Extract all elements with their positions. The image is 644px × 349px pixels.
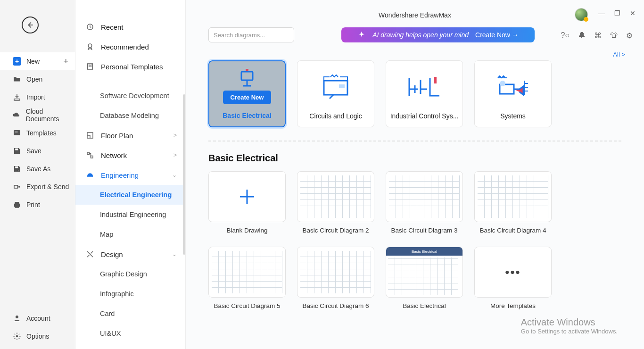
maximize-button[interactable]: ❐ — [614, 9, 620, 17]
svg-rect-10 — [87, 152, 90, 155]
nav-label: New — [26, 58, 40, 65]
nav-item-options[interactable]: Options — [0, 327, 75, 345]
chevron-right-icon: > — [173, 152, 177, 158]
nav-item-import[interactable]: Import — [0, 88, 75, 106]
create-new-button[interactable]: Create New — [223, 91, 272, 104]
plus-icon[interactable]: + — [63, 57, 68, 66]
nav-item-account[interactable]: Account — [0, 309, 75, 327]
sub-electrical[interactable]: Electrical Engineering — [75, 185, 185, 205]
systems-icon — [496, 75, 530, 99]
cat-floorplan[interactable]: Floor Plan > — [75, 125, 185, 145]
plus-icon — [238, 187, 256, 206]
svg-rect-8 — [88, 64, 93, 69]
nav-item-open[interactable]: Open — [0, 70, 75, 88]
sub-software-dev[interactable]: Software Development — [75, 86, 185, 106]
nav-item-templates[interactable]: Templates — [0, 124, 75, 142]
svg-rect-2 — [15, 149, 18, 150]
sub-uiux[interactable]: UI&UX — [75, 324, 185, 343]
cat-design[interactable]: Design ⌄ — [75, 244, 185, 264]
bell-icon[interactable]: 🔔︎ — [578, 31, 586, 40]
svg-rect-0 — [14, 130, 20, 135]
shirt-icon[interactable]: 👕︎ — [610, 31, 618, 40]
sub-card[interactable]: Card — [75, 304, 185, 324]
cat-recommended[interactable]: Recommended — [75, 37, 185, 57]
nav-item-print[interactable]: Print — [0, 196, 75, 214]
sub-infographic[interactable]: Infographic — [75, 284, 185, 304]
back-button[interactable] — [22, 17, 39, 33]
save-as-icon — [12, 164, 22, 174]
circuit-thumb — [300, 251, 371, 293]
nav-item-new[interactable]: + New + — [0, 52, 75, 70]
scrollbar[interactable] — [183, 94, 185, 255]
tpl-circuit-4[interactable]: Basic Circuit Diagram 4 — [474, 171, 552, 238]
import-icon — [12, 92, 22, 102]
nav-label: Cloud Documents — [26, 108, 75, 123]
search-box[interactable] — [208, 27, 294, 42]
help-icon[interactable]: ?○ — [561, 31, 570, 40]
section-title: Basic Electrical — [208, 153, 644, 164]
print-icon — [12, 200, 22, 209]
cat-label: Floor Plan — [101, 132, 133, 140]
tpl-circuit-6[interactable]: Basic Circuit Diagram 6 — [297, 247, 374, 314]
ribbon-icon — [85, 42, 95, 51]
close-button[interactable]: ✕ — [630, 9, 636, 17]
bookmark-icon — [85, 62, 95, 71]
gear-icon[interactable]: ⚙ — [626, 31, 633, 40]
search-input[interactable] — [214, 32, 293, 39]
avatar[interactable] — [575, 8, 587, 21]
templates-icon — [12, 128, 22, 138]
industrial-icon — [406, 75, 442, 99]
nav-label: Export & Send — [26, 183, 69, 191]
cat-label: Personal Templates — [101, 63, 163, 71]
cat-engineering[interactable]: Engineering ⌄ — [75, 165, 185, 185]
svg-point-4 — [16, 316, 18, 318]
tpl-circuit-3[interactable]: Basic Circuit Diagram 3 — [386, 171, 463, 238]
sub-industrial[interactable]: Industrial Engineering — [75, 205, 185, 224]
type-card-industrial[interactable]: Industrial Control Sys... — [386, 60, 463, 127]
sub-database[interactable]: Database Modeling — [75, 106, 185, 125]
gear-icon — [12, 332, 22, 341]
tpl-more[interactable]: ••• More Templates — [474, 247, 552, 314]
tpl-circuit-2[interactable]: Basic Circuit Diagram 2 — [297, 171, 374, 238]
nav-item-save[interactable]: Save — [0, 142, 75, 160]
floorplan-icon — [85, 131, 95, 140]
category-sidebar: Recent Recommended Personal Templates So… — [75, 0, 186, 349]
sub-graphic[interactable]: Graphic Design — [75, 264, 185, 284]
type-thumb: Create New — [209, 68, 285, 105]
export-icon — [12, 182, 22, 191]
nav-item-saveas[interactable]: Save As — [0, 160, 75, 178]
type-card-circuits[interactable]: Circuits and Logic — [297, 60, 374, 127]
cat-personal[interactable]: Personal Templates — [75, 57, 185, 76]
type-card-basic-electrical[interactable]: Create New Basic Electrical — [208, 60, 286, 127]
svg-rect-3 — [15, 166, 18, 168]
ai-banner[interactable]: AI drawing helps open your mind Create N… — [341, 27, 535, 42]
hardhat-icon — [85, 171, 95, 179]
window-controls: — ❐ ✕ — [598, 9, 636, 17]
circuit-thumb: Basic Electrical — [386, 247, 462, 297]
nav-label: Import — [26, 93, 45, 101]
arrow-left-icon — [26, 21, 34, 29]
primary-sidebar: + New + Open Import Cloud Documents — [0, 0, 75, 349]
all-link[interactable]: All > — [613, 51, 625, 58]
apps-icon[interactable]: ⌘ — [594, 31, 602, 40]
nav-label: Save — [26, 147, 41, 155]
cat-label: Recommended — [101, 43, 149, 51]
type-card-systems[interactable]: Systems — [474, 60, 552, 127]
tpl-basic-electrical[interactable]: Basic Electrical Basic Electrical — [386, 247, 463, 314]
minimize-button[interactable]: — — [598, 9, 605, 17]
ai-banner-cta: Create Now → — [475, 31, 519, 39]
svg-rect-13 — [241, 72, 253, 80]
tpl-circuit-5[interactable]: Basic Circuit Diagram 5 — [208, 247, 286, 314]
cat-recent[interactable]: Recent — [75, 17, 185, 37]
nav-label: Options — [26, 332, 49, 340]
nav-item-export[interactable]: Export & Send — [0, 178, 75, 196]
cat-network[interactable]: Network > — [75, 145, 185, 165]
sub-map[interactable]: Map — [75, 224, 185, 244]
tpl-blank[interactable]: Blank Drawing — [208, 171, 286, 238]
nav-item-cloud[interactable]: Cloud Documents — [0, 106, 75, 124]
circuit-thumb — [300, 175, 371, 218]
user-icon — [12, 314, 22, 323]
chevron-down-icon: ⌄ — [172, 172, 177, 178]
folder-icon — [12, 75, 22, 84]
circuit-thumb — [478, 175, 548, 218]
